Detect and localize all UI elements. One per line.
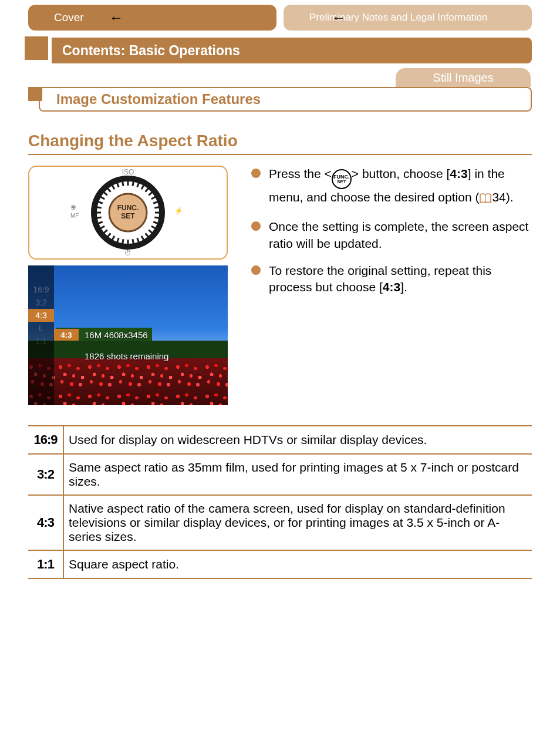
svg-line-2 bbox=[133, 179, 134, 186]
lcd-option: 1:1 bbox=[28, 335, 54, 348]
instruction-bullet-2: Once the setting is complete, the screen… bbox=[251, 218, 532, 252]
instruction-bullet-3: To restore the original setting, repeat … bbox=[251, 263, 532, 296]
ratio-desc: Same aspect ratio as 35mm film, used for… bbox=[63, 454, 532, 495]
lcd-option-strip: 16:9 3:2 4:3 L 1:1 bbox=[28, 265, 54, 405]
section-title: Image Customization Features bbox=[39, 87, 532, 112]
svg-line-20 bbox=[122, 239, 123, 246]
ratio-cell: 1:1 bbox=[28, 550, 63, 578]
svg-line-36 bbox=[122, 179, 123, 186]
bullet-icon bbox=[251, 265, 261, 275]
funcset-icon: FUNC. bbox=[332, 169, 352, 189]
bullet2-text: Once the setting is complete, the screen… bbox=[269, 218, 532, 252]
dial-flash-icon: ⚡ bbox=[174, 207, 183, 215]
svg-line-29 bbox=[95, 207, 102, 208]
media-tab-label: Still Images bbox=[433, 71, 493, 85]
back-arrow-icon: ← bbox=[109, 9, 123, 26]
bullet1-ratio: 4:3 bbox=[450, 167, 467, 180]
ratio-desc: Used for display on widescreen HDTVs or … bbox=[63, 426, 532, 454]
lcd-option: 3:2 bbox=[28, 296, 54, 309]
ratio-desc: Native aspect ratio of the camera screen… bbox=[63, 495, 532, 550]
chapter-title: Contents: Basic Operations bbox=[52, 38, 532, 63]
lcd-selected-badge: 4:3 bbox=[54, 329, 79, 341]
table-row: 4:3 Native aspect ratio of the camera sc… bbox=[28, 495, 532, 550]
back-arrow-icon: ← bbox=[332, 9, 346, 26]
lcd-preview: 16:9 3:2 4:3 L 1:1 4:3 16M 4608x3456 182… bbox=[28, 265, 228, 405]
aspect-ratio-table: 16:9 Used for display on widescreen HDTV… bbox=[28, 425, 532, 579]
media-tab: Still Images bbox=[396, 68, 531, 87]
lcd-option-selected-left: 4:3 bbox=[28, 309, 54, 322]
table-row: 1:1 Square aspect ratio. bbox=[28, 550, 532, 578]
bullet1-text-b: > button, choose [ bbox=[352, 167, 450, 180]
dial-set-text: SET bbox=[121, 212, 135, 220]
nav-cover-label: Cover bbox=[54, 11, 84, 24]
table-row: 16:9 Used for display on widescreen HDTV… bbox=[28, 426, 532, 454]
chapter-square-icon bbox=[25, 36, 48, 60]
section-square-icon bbox=[28, 87, 42, 101]
control-dial-panel: ISO ❀ MF ⚡ ⏱ bbox=[28, 166, 228, 260]
table-row: 3:2 Same aspect ratio as 35mm film, used… bbox=[28, 454, 532, 495]
svg-line-9 bbox=[154, 207, 161, 208]
svg-line-27 bbox=[95, 217, 102, 218]
chapter-title-text: Contents: Basic Operations bbox=[62, 43, 240, 59]
bullet1-text-d: ). bbox=[506, 190, 514, 204]
dial-macro-icon: ❀ bbox=[70, 203, 76, 211]
bullet1-text-a: Press the < bbox=[269, 167, 332, 180]
svg-line-11 bbox=[154, 217, 161, 218]
bullet-icon bbox=[251, 221, 261, 231]
lcd-option: 16:9 bbox=[28, 283, 54, 296]
bullet3-text-b: ]. bbox=[400, 280, 407, 294]
bullet3-ratio: 4:3 bbox=[383, 280, 400, 294]
nav-cover-button[interactable]: ← Cover bbox=[28, 5, 276, 31]
chapter-bar: Contents: Basic Operations bbox=[28, 38, 532, 63]
section-title-text: Image Customization Features bbox=[56, 91, 261, 107]
lcd-resolution-text: 16M 4608x3456 bbox=[85, 330, 148, 340]
manual-page-icon bbox=[479, 191, 492, 208]
page-heading-text: Changing the Aspect Ratio bbox=[28, 132, 238, 150]
top-nav: ← Cover ← Preliminary Notes and Legal In… bbox=[28, 5, 532, 31]
page-heading: Changing the Aspect Ratio bbox=[28, 122, 532, 155]
ratio-desc: Square aspect ratio. bbox=[63, 550, 532, 578]
ratio-cell: 4:3 bbox=[28, 495, 63, 550]
control-dial-icon: FUNC. SET bbox=[89, 174, 167, 251]
bullet-icon bbox=[251, 169, 261, 178]
lcd-option: L bbox=[28, 322, 54, 335]
ratio-cell: 3:2 bbox=[28, 454, 63, 495]
dial-func-text: FUNC. bbox=[117, 204, 139, 212]
svg-line-18 bbox=[133, 239, 134, 246]
ratio-cell: 16:9 bbox=[28, 426, 63, 454]
instruction-bullet-1: Press the <FUNC.> button, choose [4:3] i… bbox=[251, 166, 532, 208]
bullet1-page: 34 bbox=[492, 190, 505, 204]
nav-legal-button[interactable]: ← Preliminary Notes and Legal Informatio… bbox=[284, 5, 532, 31]
bullet3-text-a: To restore the original setting, repeat … bbox=[269, 264, 491, 294]
dial-mf-label: MF bbox=[70, 213, 79, 219]
lcd-shots-remaining-text: 1826 shots remaining bbox=[85, 351, 168, 361]
